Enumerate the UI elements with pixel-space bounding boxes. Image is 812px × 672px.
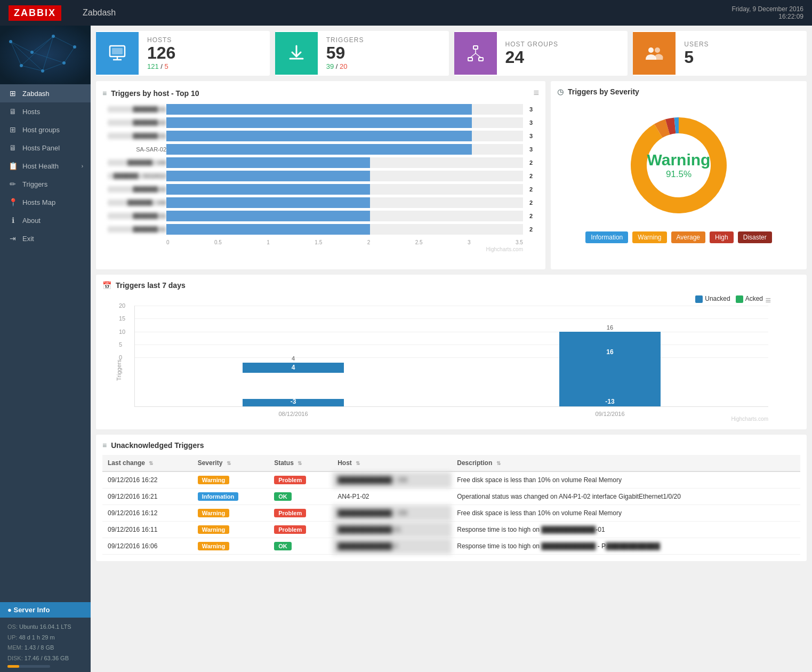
sidebar-item-hosts[interactable]: 🖥 Hosts: [0, 102, 91, 121]
hosts-icon: 🖥: [7, 107, 18, 116]
svg-point-17: [41, 69, 44, 73]
stat-hosts: HOSTS 126 121 / 5: [96, 31, 270, 76]
sidebar-item-hosts-map[interactable]: 📍 Hosts Map: [0, 193, 91, 211]
bar-label: ██████-02: [108, 119, 166, 126]
cell-host: ████████████ - VM: [332, 471, 452, 489]
os-label: OS:: [7, 623, 18, 630]
legend-disaster[interactable]: Disaster: [738, 231, 772, 243]
users-stat-info: USERS 5: [676, 35, 717, 72]
bar-fill: [166, 104, 472, 115]
bar-track: 3: [166, 117, 523, 128]
severity-badge: Warning: [198, 509, 230, 517]
chart-menu-icon[interactable]: ≡: [533, 87, 539, 99]
unacknowledged-triggers-panel: ≡ Unacknowledged Triggers Last change ⇅ …: [96, 435, 807, 561]
sidebar-item-label: Hosts Panel: [22, 144, 60, 152]
cell-severity: Warning: [192, 538, 269, 555]
bar-label: ██████-01: [108, 133, 166, 139]
hosts-stat-sub: 121 / 5: [147, 62, 175, 70]
bar-value-label: 3: [529, 131, 533, 141]
hosts-stat-label: HOSTS: [147, 36, 175, 44]
sidebar-item-label: Exit: [22, 235, 34, 243]
svg-line-28: [476, 53, 481, 58]
table-row: 09/12/2016 16:11WarningProblem██████████…: [102, 522, 800, 538]
unacknowledged-title: ≡ Unacknowledged Triggers: [102, 441, 800, 450]
sort-icon: ⇅: [149, 460, 153, 466]
bar-label: ██████-01: [108, 106, 166, 113]
cell-last-change: 09/12/2016 16:06: [102, 538, 192, 555]
cell-severity: Warning: [192, 471, 269, 489]
host-groups-stat-value: 24: [505, 48, 558, 67]
sidebar-item-exit[interactable]: ⇥ Exit: [0, 229, 91, 247]
datetime: Friday, 9 December 2016 16:22:09: [731, 5, 803, 20]
bar-row: ██████ - VM2: [166, 157, 523, 168]
col-status[interactable]: Status ⇅: [269, 455, 332, 471]
sidebar-item-triggers[interactable]: ✏ Triggers: [0, 175, 91, 193]
sidebar-item-zabdash[interactable]: ⊞ Zabdash: [0, 84, 91, 102]
mem-value: 1.43 / 8 GB: [25, 644, 54, 651]
legend-high[interactable]: High: [710, 231, 734, 243]
bar-track: 3: [166, 144, 523, 155]
chart-menu-icon-7days[interactable]: ≡: [765, 295, 771, 306]
disk-value: 17.46 / 63.36 GB: [25, 655, 69, 661]
y-axis-label: 10: [119, 329, 125, 335]
sidebar-item-host-health[interactable]: 📋 Host Health ›: [0, 157, 91, 175]
svg-point-30: [655, 47, 660, 53]
svg-rect-23: [473, 46, 478, 49]
host-groups-stat-icon: [454, 32, 497, 75]
disk-bar-fill: [7, 665, 19, 668]
disk-bar: [7, 665, 50, 668]
bar-row: ██████ - VM2: [166, 197, 523, 208]
list-icon-2: ≡: [102, 441, 107, 450]
bar-value-label: 2: [529, 184, 533, 195]
host-groups-icon: ⊞: [7, 125, 18, 134]
bar-track: 2: [166, 197, 523, 208]
bar-track: 3: [166, 131, 523, 141]
sidebar-item-about[interactable]: ℹ About: [0, 211, 91, 229]
bar-track: 2: [166, 211, 523, 221]
col-last-change[interactable]: Last change ⇅: [102, 455, 192, 471]
status-badge: Problem: [274, 509, 306, 517]
cell-description: Free disk space is less than 10% on volu…: [452, 471, 800, 489]
zabdash-icon: ⊞: [7, 89, 18, 98]
svg-point-15: [73, 45, 76, 49]
legend-information[interactable]: Information: [585, 231, 628, 243]
top-navigation: ZABBIX Zabdash Friday, 9 December 2016 1…: [0, 0, 812, 26]
server-info-button[interactable]: ● Server Info: [0, 602, 91, 618]
status-badge: OK: [274, 542, 292, 550]
sidebar-item-label: Hosts: [22, 108, 40, 116]
table-row: 09/12/2016 16:21InformationOKAN4-P1-02Op…: [102, 489, 800, 505]
svg-point-29: [648, 47, 654, 53]
bar-row: SA-SAR-023: [166, 144, 523, 155]
legend-average[interactable]: Average: [671, 231, 705, 243]
hosts-map-icon: 📍: [7, 198, 18, 206]
sidebar-item-hosts-panel[interactable]: 🖥 Hosts Panel: [0, 139, 91, 157]
cell-host: ████████████-4: [332, 538, 452, 555]
cell-description: Free disk space is less than 10% on volu…: [452, 505, 800, 522]
bar-track: 2: [166, 171, 523, 181]
triggers-7days-title: 📅 Triggers last 7 days: [102, 281, 800, 290]
svg-rect-25: [479, 58, 483, 61]
table-row: 09/12/2016 16:22WarningProblem██████████…: [102, 471, 800, 489]
bar-row: ██████-012: [166, 211, 523, 221]
svg-rect-24: [468, 58, 472, 61]
sidebar-item-host-groups[interactable]: ⊞ Host groups: [0, 121, 91, 139]
pie-icon: ◷: [557, 87, 564, 96]
donut-chart-container: Warning 91.5% Information Warning Averag…: [557, 101, 800, 249]
exit-icon: ⇥: [7, 234, 18, 243]
x-axis-label: 08/12/2016: [278, 411, 308, 417]
bar-row: ██████-013: [166, 131, 523, 141]
stat-users: USERS 5: [633, 31, 807, 76]
cell-severity: Warning: [192, 522, 269, 538]
legend-warning[interactable]: Warning: [632, 231, 666, 243]
col-host[interactable]: Host ⇅: [332, 455, 452, 471]
cell-last-change: 09/12/2016 16:22: [102, 471, 192, 489]
col-severity[interactable]: Severity ⇅: [192, 455, 269, 471]
sort-icon: ⇅: [298, 460, 302, 466]
triggers-stat-sub: 39 / 20: [326, 62, 364, 70]
mem-label: MEM:: [7, 644, 23, 651]
bar-value-label: 2: [529, 197, 533, 208]
col-description[interactable]: Description ⇅: [452, 455, 800, 471]
cell-description: Operational status was changed on AN4-P1…: [452, 489, 800, 505]
bar-label: SA-SAR-02: [108, 146, 166, 153]
triggers-legend: UnackedAcked: [695, 295, 763, 303]
